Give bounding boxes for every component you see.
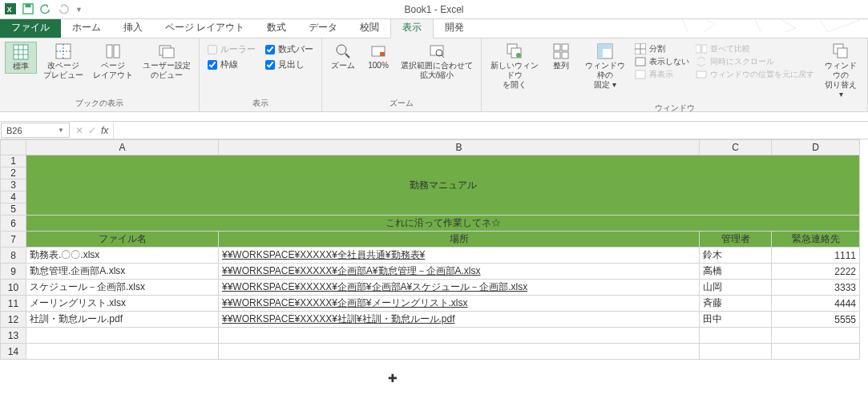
empty-cell[interactable] [26,344,219,360]
zoom-100-button[interactable]: 100% [362,42,394,72]
table-cell[interactable]: メーリングリスト.xlsx [26,296,219,312]
tab-page-layout[interactable]: ページ レイアウト [154,18,256,38]
row-header[interactable]: 11 [1,296,26,312]
svg-rect-15 [163,48,174,58]
empty-cell[interactable] [219,344,700,360]
empty-cell[interactable] [700,328,772,344]
table-cell[interactable]: 4444 [772,296,860,312]
pagebreak-label: 改ページ プレビュー [43,61,83,80]
arrange-all-button[interactable]: 整列 [545,42,577,72]
table-cell[interactable]: 勤務表.〇〇.xlsx [26,248,219,264]
table-cell[interactable]: 3333 [772,280,860,296]
table-cell-link[interactable]: ¥¥WORKSPACE¥XXXXX¥全社員共通¥勤務表¥ [219,248,700,264]
table-cell[interactable]: スケジュール－企画部.xlsx [26,280,219,296]
subtitle-cell[interactable]: これに沿って作業してネ☆ [26,216,860,232]
row-header[interactable]: 12 [1,312,26,328]
gridlines-checkbox[interactable]: 枠線 [208,58,256,71]
freeze-label: ウィンドウ枠の 固定 ▾ [583,61,627,90]
row-header[interactable]: 4 [1,191,26,203]
col-header-b[interactable]: B [219,140,700,155]
table-cell[interactable]: 高橋 [700,264,772,280]
empty-cell[interactable] [700,344,772,360]
hdr-contact[interactable]: 緊急連絡先 [772,232,860,248]
save-icon[interactable] [22,3,34,16]
table-cell[interactable]: 山岡 [700,280,772,296]
title-merged-cell[interactable]: 勤務マニュアル [26,155,860,216]
hdr-manager[interactable]: 管理者 [700,232,772,248]
redo-icon[interactable] [58,3,69,16]
row-header[interactable]: 14 [1,344,26,360]
col-header-d[interactable]: D [772,140,860,155]
svg-rect-13 [114,45,119,58]
tab-review[interactable]: 校閲 [349,18,390,38]
row-header[interactable]: 7 [1,232,26,248]
switch-windows-button[interactable]: ウィンドウの 切り替え ▾ [819,42,862,101]
headings-checkbox[interactable]: 見出し [265,58,313,71]
tab-file[interactable]: ファイル [0,18,61,38]
worksheet-grid: A B C D 1 勤務マニュアル 2 3 4 5 6 これに沿って作業してネ☆… [0,139,868,360]
row-header[interactable]: 5 [1,203,26,216]
pagelayout-view-button[interactable]: ページ レイアウト [90,42,136,82]
empty-cell[interactable] [772,344,860,360]
table-cell[interactable]: 斉藤 [700,296,772,312]
table-cell[interactable]: 2222 [772,264,860,280]
qat-dropdown-icon[interactable]: ▼ [75,6,83,14]
row-header[interactable]: 1 [1,155,26,167]
undo-icon[interactable] [40,3,51,16]
col-header-a[interactable]: A [26,140,219,155]
name-box[interactable]: B26▼ [1,123,70,138]
tab-data[interactable]: データ [297,18,349,38]
table-cell[interactable]: 田中 [700,312,772,328]
ribbon: 標準 改ページ プレビュー ページ レイアウト ユーザー設定 のビュー ブックの… [0,38,868,112]
tab-developer[interactable]: 開発 [434,18,475,38]
svg-rect-4 [14,45,28,59]
select-all-corner[interactable] [1,140,26,155]
row-header[interactable]: 6 [1,216,26,232]
col-header-c[interactable]: C [700,140,772,155]
table-cell[interactable]: 1111 [772,248,860,264]
hdr-file[interactable]: ファイル名 [26,232,219,248]
new-window-button[interactable]: 新しいウィンドウ を開く [486,42,542,91]
table-cell-link[interactable]: ¥¥WORKSPACE¥XXXXX¥企画部¥企画部A¥スケジュール－企画部.xl… [219,280,700,296]
group-window: 新しいウィンドウ を開く 整列 ウィンドウ枠の 固定 ▾ 分割 表示しない 再表… [482,38,868,111]
hide-button[interactable]: 表示しない [635,56,689,67]
svg-rect-38 [696,45,700,53]
tab-view[interactable]: 表示 [390,17,434,38]
table-cell[interactable]: 社訓・勤怠ルール.pdf [26,312,219,328]
table-cell-link[interactable]: ¥¥WORKSPACE¥XXXXX¥企画部A¥勤怠管理－企画部A.xlsx [219,264,700,280]
formula-bar-checkbox[interactable]: 数式バー [265,43,313,55]
row-header[interactable]: 3 [1,179,26,191]
table-cell-link[interactable]: ¥¥WORKSPACE¥XXXXX¥社訓¥社訓・勤怠ルール.pdf [219,312,700,328]
pagebreak-view-button[interactable]: 改ページ プレビュー [40,42,87,82]
new-window-icon [507,43,523,59]
zoom-button[interactable]: ズーム [327,42,359,72]
zoom-selection-icon [429,43,445,59]
custom-views-button[interactable]: ユーザー設定 のビュー [139,42,194,82]
group-workbook-views: 標準 改ページ プレビュー ページ レイアウト ユーザー設定 のビュー ブックの… [0,38,200,111]
table-cell[interactable]: 勤怠管理.企画部A.xlsx [26,264,219,280]
row-header[interactable]: 2 [1,167,26,179]
hdr-location[interactable]: 場所 [219,232,700,248]
tab-formulas[interactable]: 数式 [256,18,297,38]
table-cell[interactable]: 5555 [772,312,860,328]
tab-home[interactable]: ホーム [61,18,112,38]
zoom-selection-button[interactable]: 選択範囲に合わせて 拡大/縮小 [398,42,476,82]
svg-rect-27 [562,44,568,50]
split-button[interactable]: 分割 [635,43,689,54]
normal-view-button[interactable]: 標準 [5,42,37,74]
empty-cell[interactable] [772,328,860,344]
table-cell[interactable]: 鈴木 [700,248,772,264]
row-header[interactable]: 13 [1,328,26,344]
table-cell-link[interactable]: ¥¥WORKSPACE¥XXXXX¥企画部¥メーリングリスト.xlsx [219,296,700,312]
tab-insert[interactable]: 挿入 [112,18,154,38]
freeze-panes-button[interactable]: ウィンドウ枠の 固定 ▾ [580,42,630,91]
row-header[interactable]: 9 [1,264,26,280]
empty-cell[interactable] [26,328,219,344]
svg-rect-29 [562,52,568,58]
formula-input[interactable] [114,122,868,139]
cell-cursor-icon: ✚ [388,372,398,385]
fx-icon[interactable]: fx [101,125,108,136]
empty-cell[interactable] [219,328,700,344]
row-header[interactable]: 10 [1,280,26,296]
row-header[interactable]: 8 [1,248,26,264]
